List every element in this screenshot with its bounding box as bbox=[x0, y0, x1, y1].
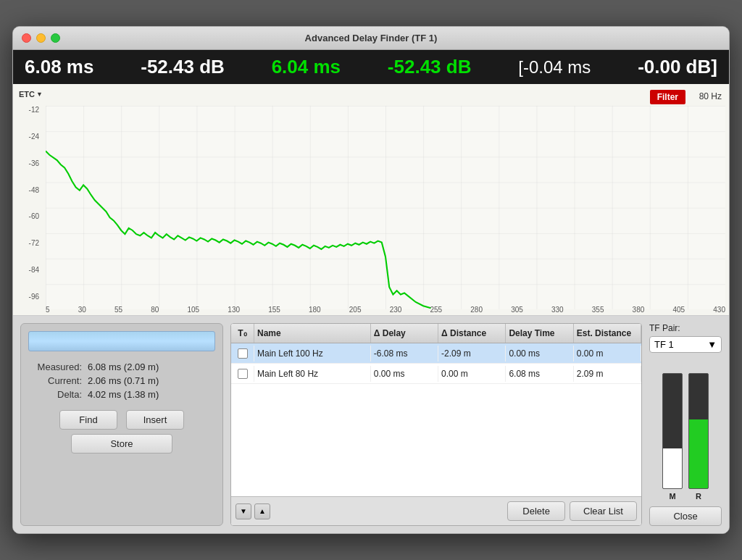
header-bar: 6.08 ms -52.43 dB 6.04 ms -52.43 dB [-0.… bbox=[13, 50, 729, 84]
close-traffic-light[interactable] bbox=[22, 33, 31, 43]
left-panel: Measured: 6.08 ms (2.09 m) Current: 2.06… bbox=[20, 323, 223, 526]
traffic-lights bbox=[22, 33, 60, 43]
x-label-10: 230 bbox=[390, 306, 402, 314]
td-dist-1: -2.09 m bbox=[438, 346, 506, 362]
footer-arrow-buttons: ▼ ▲ bbox=[235, 503, 270, 519]
svg-rect-4 bbox=[46, 106, 725, 309]
current-value: 2.06 ms (0.71 m) bbox=[88, 375, 159, 386]
th-name: Name bbox=[254, 324, 371, 343]
y-label-4: -48 bbox=[13, 186, 39, 194]
y-label-7: -84 bbox=[13, 266, 39, 274]
maximize-traffic-light[interactable] bbox=[51, 33, 60, 43]
y-label-6: -72 bbox=[13, 239, 39, 247]
td-t0-1 bbox=[231, 346, 254, 362]
header-val1-db: -52.43 dB bbox=[141, 56, 225, 78]
meter-r-label: R bbox=[696, 492, 701, 501]
x-label-17: 405 bbox=[672, 306, 685, 314]
etc-text: ETC bbox=[19, 90, 35, 99]
measured-label: Measured: bbox=[31, 362, 82, 372]
blue-bar bbox=[28, 331, 215, 351]
x-label-6: 130 bbox=[228, 306, 240, 314]
meter-r: R bbox=[688, 373, 709, 501]
window-title: Advanced Delay Finder (TF 1) bbox=[305, 33, 438, 43]
find-insert-row: Find Insert bbox=[59, 410, 184, 430]
x-label-16: 380 bbox=[633, 306, 645, 314]
td-delay-2: 0.00 ms bbox=[371, 366, 438, 382]
tf-pair-label: TF Pair: bbox=[649, 323, 722, 333]
th-delta-delay: Δ Delay bbox=[371, 324, 438, 343]
header-val3-db: -0.00 dB] bbox=[638, 56, 717, 78]
clear-list-button[interactable]: Clear List bbox=[570, 501, 637, 521]
meter-m-label: M bbox=[669, 492, 675, 501]
x-label-15: 355 bbox=[592, 306, 604, 314]
td-delaytime-1: 0.00 ms bbox=[506, 346, 573, 362]
x-label-9: 205 bbox=[349, 306, 362, 314]
td-estdist-1: 0.00 m bbox=[574, 346, 641, 362]
measured-row: Measured: 6.08 ms (2.09 m) bbox=[31, 362, 212, 372]
th-delay-time: Delay Time bbox=[506, 324, 573, 343]
measurements: Measured: 6.08 ms (2.09 m) Current: 2.06… bbox=[28, 357, 215, 404]
td-t0-2 bbox=[231, 366, 254, 382]
close-button[interactable]: Close bbox=[649, 506, 722, 526]
meters-area: M R bbox=[649, 359, 722, 501]
filter-button[interactable]: Filter bbox=[650, 90, 685, 104]
y-label-1: -12 bbox=[13, 106, 39, 114]
measured-value: 6.08 ms (2.09 m) bbox=[88, 362, 159, 372]
meter-r-track bbox=[688, 373, 709, 489]
td-delaytime-2: 6.08 ms bbox=[506, 366, 573, 382]
chart-hz-label: 80 Hz bbox=[699, 91, 722, 101]
header-val2-db: -52.43 dB bbox=[388, 56, 472, 78]
y-label-2: -24 bbox=[13, 133, 39, 141]
x-label-18: 430 bbox=[713, 306, 725, 314]
checkbox-1[interactable] bbox=[238, 348, 248, 359]
x-label-5: 105 bbox=[188, 306, 200, 314]
chart-etc-label: ETC ▼ bbox=[19, 90, 43, 99]
header-val2-ms: 6.04 ms bbox=[272, 56, 341, 78]
down-arrow-button[interactable]: ▼ bbox=[235, 503, 251, 519]
header-val1-ms: 6.08 ms bbox=[25, 56, 93, 78]
chart-area: -12 -24 -36 -48 -60 -72 -84 -96 ETC ▼ Fi… bbox=[13, 84, 729, 316]
th-t0: T₀ bbox=[231, 324, 254, 343]
etc-arrow: ▼ bbox=[36, 91, 43, 98]
x-label-12: 280 bbox=[470, 306, 483, 314]
minimize-traffic-light[interactable] bbox=[36, 33, 46, 43]
delete-button[interactable]: Delete bbox=[507, 501, 565, 521]
x-label-8: 180 bbox=[309, 306, 321, 314]
main-window: Advanced Delay Finder (TF 1) 6.08 ms -52… bbox=[12, 26, 730, 534]
right-panel: TF Pair: TF 1 ▼ M bbox=[649, 323, 722, 526]
meter-r-fill-green bbox=[689, 419, 708, 488]
x-label-2: 30 bbox=[78, 306, 86, 314]
chart-svg bbox=[46, 106, 725, 309]
x-label-13: 305 bbox=[511, 306, 523, 314]
meter-m-track bbox=[662, 373, 683, 489]
table-row[interactable]: Main Left 100 Hz -6.08 ms -2.09 m 0.00 m… bbox=[231, 343, 641, 364]
tf-select-arrow: ▼ bbox=[707, 339, 717, 350]
insert-button[interactable]: Insert bbox=[126, 410, 184, 430]
header-val3-ms: [-0.04 ms bbox=[518, 57, 591, 78]
td-dist-2: 0.00 m bbox=[438, 366, 506, 382]
meter-m: M bbox=[662, 373, 683, 501]
titlebar: Advanced Delay Finder (TF 1) bbox=[13, 27, 729, 50]
chart-x-labels: 5 30 55 80 105 130 155 180 205 230 255 2… bbox=[46, 306, 725, 314]
chart-y-labels: -12 -24 -36 -48 -60 -72 -84 -96 bbox=[13, 106, 42, 301]
table-row[interactable]: Main Left 80 Hz 0.00 ms 0.00 m 6.08 ms 2… bbox=[231, 364, 641, 384]
y-label-8: -96 bbox=[13, 293, 39, 301]
x-label-3: 55 bbox=[114, 306, 122, 314]
store-button[interactable]: Store bbox=[71, 434, 172, 454]
th-delta-distance: Δ Distance bbox=[438, 324, 506, 343]
table-body: Main Left 100 Hz -6.08 ms -2.09 m 0.00 m… bbox=[231, 343, 641, 496]
table-footer: ▼ ▲ Delete Clear List bbox=[231, 496, 641, 525]
find-button[interactable]: Find bbox=[59, 410, 117, 430]
tf-pair-select[interactable]: TF 1 ▼ bbox=[649, 336, 722, 353]
table-panel: T₀ Name Δ Delay Δ Distance Delay Time Es… bbox=[230, 323, 642, 526]
y-label-3: -36 bbox=[13, 159, 39, 167]
current-row: Current: 2.06 ms (0.71 m) bbox=[31, 375, 212, 386]
left-buttons: Find Insert Store bbox=[28, 410, 215, 454]
current-label: Current: bbox=[31, 375, 82, 386]
tf-select-value: TF 1 bbox=[654, 339, 674, 350]
x-label-11: 255 bbox=[430, 306, 442, 314]
td-delay-1: -6.08 ms bbox=[371, 346, 438, 362]
up-arrow-button[interactable]: ▲ bbox=[254, 503, 270, 519]
th-est-distance: Est. Distance bbox=[574, 324, 641, 343]
checkbox-2[interactable] bbox=[238, 369, 248, 379]
